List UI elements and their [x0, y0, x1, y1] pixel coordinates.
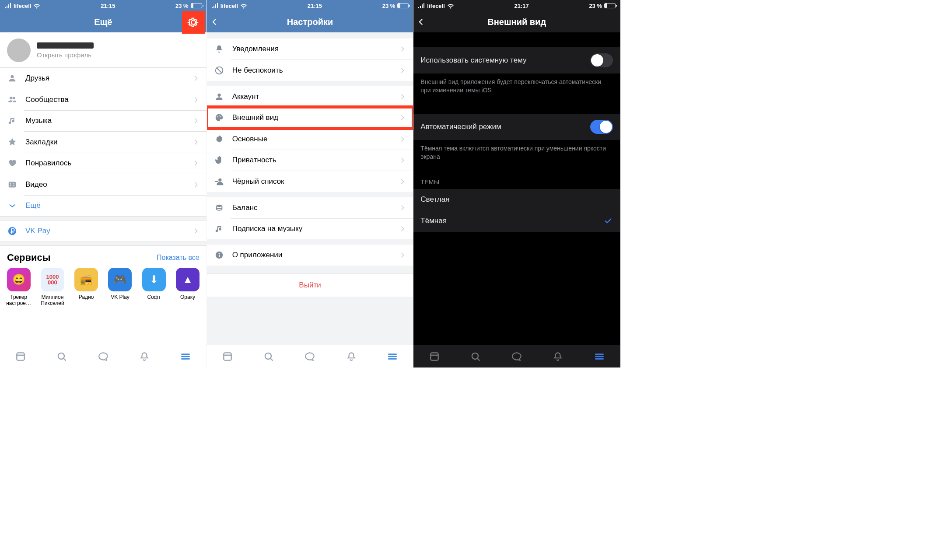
- service-item[interactable]: 😄 Трекер настрое…: [5, 268, 32, 307]
- menu-bookmarks[interactable]: Закладки: [0, 132, 206, 153]
- check-icon: [603, 216, 613, 226]
- carrier: lifecell: [220, 3, 238, 9]
- chevron-down-icon: [7, 200, 18, 211]
- signal-icon: [418, 3, 425, 8]
- logout-button[interactable]: Выйти: [207, 273, 413, 297]
- tab-notifications[interactable]: [136, 348, 153, 365]
- tab-notifications[interactable]: [343, 348, 360, 365]
- tab-feed[interactable]: [12, 348, 29, 365]
- services-showall[interactable]: Показать все: [157, 254, 200, 262]
- services-row[interactable]: 😄 Трекер настрое… 1000000 Миллион Пиксел…: [0, 268, 206, 307]
- chevron-right-icon: [192, 117, 200, 124]
- tab-bar: [207, 345, 413, 368]
- chevron-right-icon: [399, 114, 406, 121]
- back-button[interactable]: [207, 11, 224, 32]
- menu-groups[interactable]: Сообщества: [0, 89, 206, 110]
- battery-icon: [604, 3, 616, 8]
- menu-vkpay[interactable]: VK Pay: [0, 220, 206, 242]
- chevron-right-icon: [399, 225, 406, 232]
- music-icon: [214, 224, 224, 234]
- row-appearance[interactable]: Внешний вид: [207, 107, 413, 128]
- chevron-right-icon: [399, 93, 406, 100]
- row-blacklist[interactable]: Чёрный список: [207, 171, 413, 192]
- tab-menu[interactable]: [384, 348, 401, 365]
- settings-button-highlight: [182, 11, 205, 34]
- wifi-icon: [240, 3, 247, 9]
- tab-menu[interactable]: [591, 348, 608, 365]
- wifi-icon: [447, 3, 454, 9]
- chevron-right-icon: [399, 252, 406, 259]
- gear-icon: [214, 134, 224, 144]
- blacklist-icon: [214, 176, 224, 187]
- row-dnd[interactable]: Не беспокоить: [207, 60, 413, 81]
- row-about[interactable]: О приложении: [207, 245, 413, 266]
- profile-sublabel: Открыть профиль: [37, 51, 200, 59]
- profile-row[interactable]: Открыть профиль: [0, 32, 206, 68]
- service-item[interactable]: 📻 Радио: [73, 268, 100, 307]
- tab-notifications[interactable]: [549, 348, 567, 365]
- row-theme-light[interactable]: Светлая: [413, 189, 620, 210]
- tab-search[interactable]: [260, 348, 277, 365]
- row-privacy[interactable]: Приватность: [207, 150, 413, 171]
- service-item[interactable]: 🎮 VK Play: [107, 268, 133, 307]
- tab-search[interactable]: [53, 348, 70, 365]
- video-icon: [7, 179, 18, 190]
- switch-auto-mode[interactable]: [590, 120, 613, 134]
- status-bar: lifecell 21:17 23 %: [413, 0, 620, 11]
- menu-liked[interactable]: Понравилось: [0, 153, 206, 174]
- row-account[interactable]: Аккаунт: [207, 86, 413, 107]
- tab-bar: [0, 345, 206, 368]
- row-theme-dark[interactable]: Тёмная: [413, 210, 620, 232]
- menu-video[interactable]: Видео: [0, 174, 206, 195]
- status-time: 21:17: [514, 3, 528, 9]
- user-icon: [7, 73, 18, 84]
- chevron-right-icon: [192, 228, 200, 234]
- chevron-right-icon: [192, 75, 200, 82]
- themes-header: ТЕМЫ: [413, 169, 620, 189]
- palette-icon: [214, 112, 224, 123]
- status-time: 21:15: [101, 3, 115, 9]
- menu-music[interactable]: Музыка: [0, 110, 206, 131]
- tab-search[interactable]: [467, 348, 484, 365]
- system-theme-desc: Внешний вид приложения будет переключать…: [413, 74, 620, 102]
- tab-feed[interactable]: [426, 348, 443, 365]
- battery-text: 23 %: [382, 3, 396, 9]
- hand-icon: [214, 155, 224, 165]
- chevron-right-icon: [399, 67, 406, 74]
- nav-bar: Ещё: [0, 11, 206, 32]
- back-button[interactable]: [413, 11, 430, 32]
- gear-icon[interactable]: [187, 16, 200, 28]
- battery-icon: [191, 3, 202, 8]
- chevron-right-icon: [192, 181, 200, 188]
- nav-bar: Настройки: [207, 11, 413, 32]
- tab-messages[interactable]: [301, 348, 318, 365]
- menu-friends[interactable]: Друзья: [0, 68, 206, 89]
- row-general[interactable]: Основные: [207, 129, 413, 150]
- service-item[interactable]: ▲ Ораку: [174, 268, 201, 307]
- battery-icon: [397, 3, 409, 8]
- switch-system-theme[interactable]: [590, 53, 613, 67]
- tab-menu[interactable]: [177, 348, 194, 365]
- avatar: [7, 38, 31, 62]
- row-music-sub[interactable]: Подписка на музыку: [207, 218, 413, 239]
- tab-feed[interactable]: [219, 348, 236, 365]
- row-balance[interactable]: Баланс: [207, 197, 413, 218]
- row-system-theme[interactable]: Использовать системную тему: [413, 47, 620, 74]
- nav-bar: Внешний вид: [413, 11, 620, 32]
- menu-more[interactable]: Ещё: [0, 195, 206, 216]
- battery-text: 23 %: [175, 3, 189, 9]
- chevron-right-icon: [192, 96, 200, 103]
- row-auto-mode[interactable]: Автоматический режим: [413, 114, 620, 140]
- service-item[interactable]: 1000000 Миллион Пикселей: [39, 268, 66, 307]
- page-title: Ещё: [94, 17, 112, 27]
- wifi-icon: [33, 3, 40, 9]
- tab-messages[interactable]: [94, 348, 112, 365]
- chevron-right-icon: [192, 139, 200, 146]
- coins-icon: [214, 203, 224, 213]
- info-icon: [214, 250, 224, 260]
- tab-messages[interactable]: [508, 348, 525, 365]
- page-title: Настройки: [287, 17, 333, 27]
- row-notifications[interactable]: Уведомления: [207, 38, 413, 60]
- service-item[interactable]: ⬇ Софт: [140, 268, 167, 307]
- tab-bar: [413, 345, 620, 368]
